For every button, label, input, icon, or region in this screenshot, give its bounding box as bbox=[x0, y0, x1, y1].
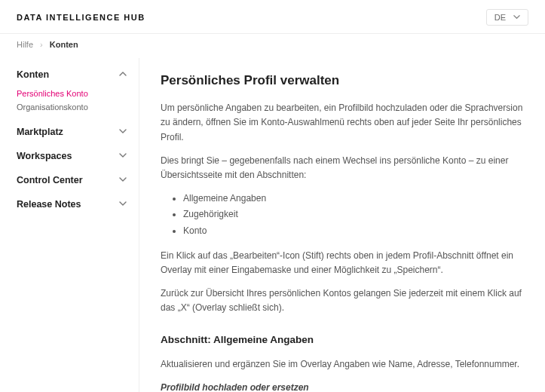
language-selector[interactable]: DE bbox=[486, 9, 528, 26]
bullet-list: Allgemeine Angaben Zugehörigkeit Konto bbox=[161, 191, 528, 238]
sidebar-section-label: Marktplatz bbox=[17, 127, 63, 137]
sidebar-konten-children: Persönliches Konto Organisationskonto bbox=[17, 87, 131, 120]
header: DATA INTELLIGENCE HUB DE bbox=[0, 0, 545, 34]
sidebar: Konten Persönliches Konto Organisationsk… bbox=[0, 58, 139, 392]
list-item: Allgemeine Angaben bbox=[183, 191, 528, 206]
content: Persönliches Profil verwalten Um persönl… bbox=[139, 58, 545, 392]
sidebar-section-label: Konten bbox=[17, 69, 49, 80]
sidebar-item-organisationskonto[interactable]: Organisationskonto bbox=[17, 100, 131, 114]
subheading: Profilbild hochladen oder ersetzen bbox=[161, 381, 528, 392]
section-heading: Abschnitt: Allgemeine Angaben bbox=[161, 332, 528, 348]
breadcrumb-root[interactable]: Hilfe bbox=[17, 40, 33, 49]
sidebar-section-label: Workspaces bbox=[17, 151, 72, 161]
list-item: Zugehörigkeit bbox=[183, 207, 528, 222]
sidebar-section-label: Control Center bbox=[17, 175, 83, 185]
chevron-down-icon bbox=[119, 151, 127, 161]
chevron-down-icon bbox=[119, 175, 127, 185]
sidebar-section-label: Release Notes bbox=[17, 199, 81, 210]
language-code: DE bbox=[494, 13, 506, 22]
breadcrumb: Hilfe › Konten bbox=[0, 34, 545, 58]
page-title: Persönliches Profil verwalten bbox=[161, 70, 528, 90]
chevron-down-icon bbox=[119, 127, 127, 137]
chevron-up-icon bbox=[119, 69, 127, 80]
chevron-down-icon bbox=[119, 199, 127, 210]
brand-title: DATA INTELLIGENCE HUB bbox=[17, 13, 145, 22]
sidebar-section-workspaces[interactable]: Workspaces bbox=[17, 144, 131, 168]
list-item: Konto bbox=[183, 224, 528, 238]
paragraph: Aktualisieren und ergänzen Sie im Overla… bbox=[161, 357, 528, 372]
sidebar-section-konten[interactable]: Konten bbox=[17, 63, 131, 87]
sidebar-item-persoenliches-konto[interactable]: Persönliches Konto bbox=[17, 87, 131, 100]
breadcrumb-separator: › bbox=[40, 40, 43, 49]
paragraph: Zurück zur Übersicht Ihres persönlichen … bbox=[161, 286, 528, 315]
sidebar-section-release-notes[interactable]: Release Notes bbox=[17, 192, 131, 216]
paragraph: Dies bringt Sie – gegebenenfalls nach ei… bbox=[161, 154, 528, 182]
body: Konten Persönliches Konto Organisationsk… bbox=[0, 58, 545, 392]
chevron-down-icon bbox=[513, 13, 520, 22]
paragraph: Um persönliche Angaben zu bearbeiten, ei… bbox=[161, 101, 528, 145]
breadcrumb-current: Konten bbox=[50, 40, 78, 49]
sidebar-section-control-center[interactable]: Control Center bbox=[17, 168, 131, 192]
sidebar-section-marktplatz[interactable]: Marktplatz bbox=[17, 120, 131, 144]
paragraph: Ein Klick auf das „Bearbeiten“-Icon (Sti… bbox=[161, 249, 528, 277]
